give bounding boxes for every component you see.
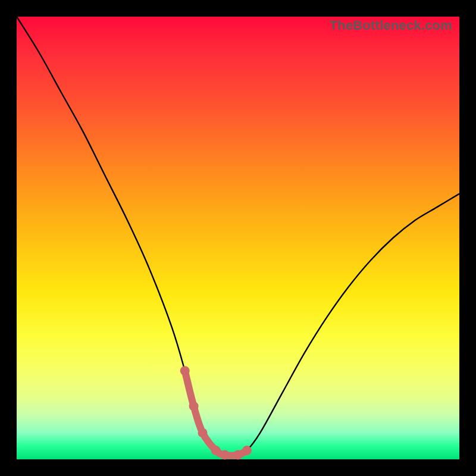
highlight-dot — [211, 446, 221, 455]
highlight-dot — [233, 450, 243, 460]
highlight-dot — [180, 366, 190, 375]
highlight-dot — [220, 450, 230, 460]
highlight-dot — [242, 446, 252, 455]
highlight-dot — [189, 402, 199, 411]
curve-svg — [17, 17, 459, 459]
highlight-path — [185, 371, 247, 455]
chart-frame: TheBottleneck.com — [0, 0, 476, 476]
bottleneck-curve-path — [17, 17, 459, 456]
highlight-dot — [198, 428, 208, 437]
plot-area: TheBottleneck.com — [17, 17, 459, 459]
